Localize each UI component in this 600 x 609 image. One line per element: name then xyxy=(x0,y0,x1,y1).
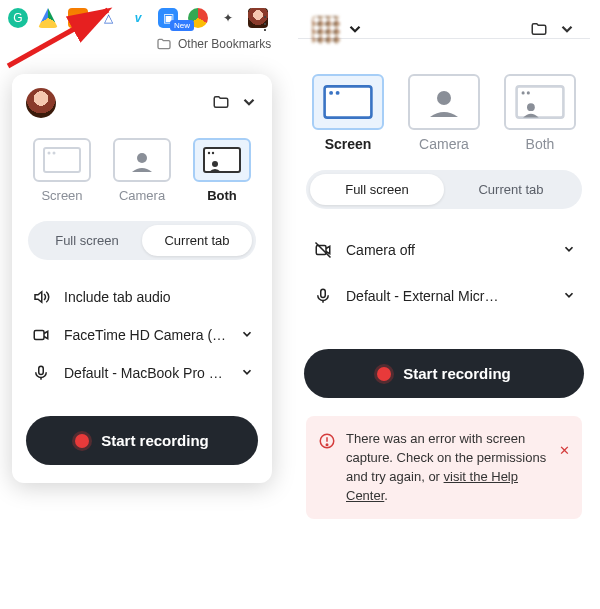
analytics-icon[interactable] xyxy=(68,8,88,28)
screen-scope-segmented: Full screen Current tab xyxy=(306,170,582,209)
camera-select-row[interactable]: Camera off xyxy=(304,227,584,273)
screen-scope-segmented: Full screen Current tab xyxy=(28,221,256,260)
chevron-down-icon xyxy=(562,242,576,259)
chevron-down-icon xyxy=(562,288,576,305)
mode-screen[interactable]: Screen xyxy=(27,138,97,203)
svg-point-14 xyxy=(437,91,451,105)
start-recording-label: Start recording xyxy=(101,432,209,449)
svg-rect-9 xyxy=(34,331,44,340)
record-dot-icon xyxy=(377,367,391,381)
svg-rect-19 xyxy=(316,246,326,255)
header-dropdown[interactable] xyxy=(240,93,258,114)
avatar-dropdown[interactable] xyxy=(346,20,364,41)
svg-point-4 xyxy=(137,153,147,163)
folder-icon xyxy=(156,36,172,52)
include-tab-audio-row[interactable]: Include tab audio xyxy=(26,278,258,316)
svg-point-18 xyxy=(527,103,535,111)
mic-select-row[interactable]: Default - MacBook Pro … xyxy=(26,354,258,392)
vimeo-icon[interactable]: v xyxy=(128,8,148,28)
record-dot-icon xyxy=(75,434,89,448)
seg-full-screen[interactable]: Full screen xyxy=(310,174,444,205)
sentry-icon[interactable]: △ xyxy=(98,8,118,28)
svg-point-16 xyxy=(522,91,525,94)
mode-screen-label: Screen xyxy=(41,188,82,203)
recorder-popup-left: Screen Camera Both Full screen Current t… xyxy=(12,74,272,483)
other-bookmarks-button[interactable]: Other Bookmarks xyxy=(156,36,271,52)
start-recording-button[interactable]: Start recording xyxy=(26,416,258,465)
recorder-panel-right: Screen Camera Both Full screen Current t… xyxy=(298,6,590,519)
mode-both-label: Both xyxy=(207,188,237,203)
user-avatar[interactable] xyxy=(312,16,340,44)
svg-point-6 xyxy=(208,152,210,154)
svg-point-8 xyxy=(212,161,218,167)
seg-current-tab[interactable]: Current tab xyxy=(142,225,252,256)
close-icon[interactable]: ✕ xyxy=(559,442,570,461)
mode-camera[interactable]: Camera xyxy=(107,138,177,203)
svg-rect-21 xyxy=(321,289,326,297)
mode-camera-label: Camera xyxy=(419,136,469,152)
puzzle-icon[interactable]: ✦ xyxy=(218,8,238,28)
google-drive-icon[interactable] xyxy=(38,8,58,28)
start-recording-button[interactable]: Start recording xyxy=(304,349,584,398)
seg-full-screen[interactable]: Full screen xyxy=(32,225,142,256)
mode-both[interactable]: Both xyxy=(497,74,583,152)
speaker-icon xyxy=(30,288,52,306)
user-avatar[interactable] xyxy=(26,88,56,118)
mode-screen[interactable]: Screen xyxy=(305,74,391,152)
svg-point-17 xyxy=(527,91,530,94)
capture-mode-row: Screen Camera Both xyxy=(304,74,584,152)
library-icon[interactable] xyxy=(212,93,230,114)
capture-mode-row: Screen Camera Both xyxy=(26,138,258,203)
mode-screen-label: Screen xyxy=(325,136,372,152)
error-text: There was an error with screen capture. … xyxy=(346,430,549,505)
svg-point-24 xyxy=(326,444,328,446)
camera-select-label: Camera off xyxy=(346,242,550,258)
svg-point-7 xyxy=(212,152,214,154)
chevron-down-icon xyxy=(240,327,254,344)
chevron-down-icon xyxy=(240,365,254,382)
mode-camera[interactable]: Camera xyxy=(401,74,487,152)
mic-icon xyxy=(30,364,52,382)
svg-point-12 xyxy=(329,91,333,95)
new-badge: New xyxy=(170,20,194,31)
mic-select-row[interactable]: Default - External Micr… xyxy=(304,273,584,319)
mic-select-label: Default - External Micr… xyxy=(346,288,550,304)
error-icon xyxy=(318,432,336,456)
mic-icon xyxy=(312,287,334,305)
browser-extensions-row: G △ v ▣ ✦ xyxy=(8,8,268,28)
svg-point-2 xyxy=(48,152,51,155)
header-dropdown[interactable] xyxy=(558,20,576,41)
svg-rect-5 xyxy=(204,148,240,172)
camera-icon xyxy=(30,326,52,344)
other-bookmarks-label: Other Bookmarks xyxy=(178,37,271,51)
svg-rect-10 xyxy=(39,366,44,374)
library-icon[interactable] xyxy=(530,20,548,41)
camera-select-label: FaceTime HD Camera (… xyxy=(64,327,228,343)
error-banner: There was an error with screen capture. … xyxy=(306,416,582,519)
overflow-menu-icon[interactable]: ⋮ xyxy=(256,12,274,34)
svg-rect-15 xyxy=(517,86,564,117)
mode-camera-label: Camera xyxy=(119,188,165,203)
mode-both[interactable]: Both xyxy=(187,138,257,203)
grammarly-icon[interactable]: G xyxy=(8,8,28,28)
seg-current-tab[interactable]: Current tab xyxy=(444,174,578,205)
start-recording-label: Start recording xyxy=(403,365,511,382)
right-header xyxy=(304,12,584,56)
svg-point-13 xyxy=(336,91,340,95)
svg-point-3 xyxy=(53,152,56,155)
mic-select-label: Default - MacBook Pro … xyxy=(64,365,228,381)
mode-both-label: Both xyxy=(526,136,555,152)
camera-off-icon xyxy=(312,241,334,259)
popup-header xyxy=(26,88,258,118)
camera-select-row[interactable]: FaceTime HD Camera (… xyxy=(26,316,258,354)
include-tab-audio-label: Include tab audio xyxy=(64,289,254,305)
